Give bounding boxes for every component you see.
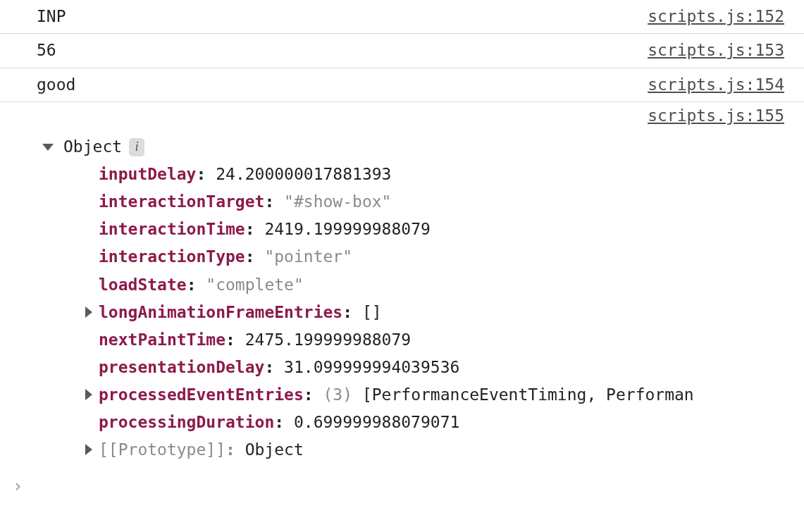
- console-row: good scripts.js:154: [0, 68, 804, 102]
- disclosure-triangle-icon[interactable]: [85, 444, 92, 455]
- source-link[interactable]: scripts.js:153: [648, 39, 784, 62]
- object-properties: inputDelay: 24.200000017881393 interacti…: [42, 161, 784, 464]
- property-key: loadState: [99, 271, 187, 299]
- property-key: interactionTarget: [99, 188, 264, 216]
- console-message: 56: [37, 39, 648, 62]
- property-value: 2475.199999988079: [245, 326, 411, 354]
- property-value: []: [362, 299, 382, 326]
- property-row[interactable]: inputDelay: 24.200000017881393: [83, 161, 784, 188]
- property-value: [PerformanceEventTiming, Performan: [362, 381, 694, 409]
- property-row[interactable]: interactionTime: 2419.199999988079: [83, 216, 784, 243]
- console-panel: INP scripts.js:152 56 scripts.js:153 goo…: [0, 0, 804, 496]
- property-row[interactable]: longAnimationFrameEntries: []: [83, 299, 784, 326]
- property-key: processedEventEntries: [99, 381, 304, 409]
- property-value: 24.200000017881393: [216, 161, 391, 188]
- prototype-key: [[Prototype]]: [99, 436, 225, 464]
- property-row[interactable]: nextPaintTime: 2475.199999988079: [83, 326, 784, 354]
- property-row[interactable]: processingDuration: 0.699999988079071: [83, 409, 784, 436]
- property-value: Object: [245, 436, 304, 464]
- console-prompt[interactable]: ›: [0, 472, 804, 496]
- array-count: (3): [323, 381, 353, 409]
- property-key: interactionTime: [99, 216, 245, 243]
- property-row[interactable]: interactionTarget: "#show-box": [83, 188, 784, 216]
- property-value: "complete": [206, 271, 303, 299]
- property-row[interactable]: processedEventEntries: (3) [PerformanceE…: [83, 381, 784, 409]
- console-row: scripts.js:155: [0, 102, 804, 125]
- console-row: 56 scripts.js:153: [0, 34, 804, 68]
- property-row[interactable]: [[Prototype]]: Object: [83, 436, 784, 464]
- property-row[interactable]: presentationDelay: 31.099999994039536: [83, 354, 784, 381]
- property-key: processingDuration: [99, 409, 274, 436]
- property-value: 31.099999994039536: [284, 354, 459, 381]
- property-row[interactable]: loadState: "complete": [83, 271, 784, 299]
- property-value: 0.699999988079071: [294, 409, 459, 436]
- info-icon[interactable]: i: [129, 138, 144, 156]
- disclosure-triangle-icon[interactable]: [42, 144, 54, 151]
- property-key: presentationDelay: [99, 354, 264, 381]
- disclosure-triangle-icon[interactable]: [85, 307, 92, 318]
- source-link[interactable]: scripts.js:152: [648, 5, 784, 28]
- source-link[interactable]: scripts.js:154: [648, 73, 784, 97]
- property-row[interactable]: interactionType: "pointer": [83, 243, 784, 271]
- property-key: nextPaintTime: [99, 326, 225, 354]
- property-value: 2419.199999988079: [264, 216, 430, 243]
- source-link[interactable]: scripts.js:155: [648, 106, 784, 125]
- console-row: INP scripts.js:152: [0, 0, 804, 34]
- console-message: INP: [37, 5, 648, 28]
- disclosure-triangle-icon[interactable]: [85, 389, 92, 400]
- property-key: inputDelay: [99, 161, 196, 188]
- chevron-right-icon: ›: [13, 476, 23, 496]
- object-label: Object: [63, 133, 122, 161]
- object-header[interactable]: Object i: [42, 133, 784, 161]
- console-message: good: [37, 73, 648, 97]
- property-key: longAnimationFrameEntries: [99, 299, 342, 326]
- object-entry: Object i inputDelay: 24.200000017881393 …: [0, 125, 804, 472]
- property-value: "pointer": [264, 243, 352, 271]
- property-key: interactionType: [99, 243, 245, 271]
- property-value: "#show-box": [284, 188, 391, 216]
